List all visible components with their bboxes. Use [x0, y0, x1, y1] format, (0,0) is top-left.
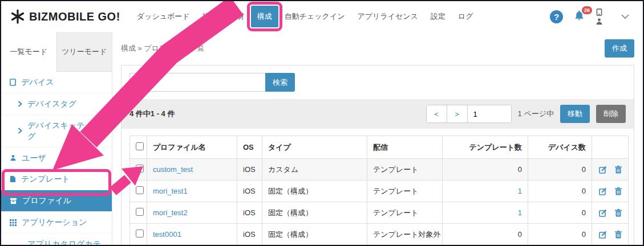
nav-item-settings[interactable]: 設定	[424, 6, 452, 27]
cell-template-count: 0	[443, 159, 528, 181]
cell-device-count: 0	[528, 181, 592, 202]
nav-item-configuration[interactable]: 構成	[251, 6, 278, 27]
main-content: 構成 » プロファイル一覧 作成 検索 4 件中1 - 4 件 < >	[112, 32, 643, 246]
nav-item-materials[interactable]: 素材	[224, 6, 251, 27]
cell-type: カスタム	[262, 159, 367, 181]
template-count-link[interactable]: 1	[518, 208, 522, 217]
sidebar-item-devices[interactable]: デバイス	[1, 72, 112, 93]
cell-os: iOS	[237, 224, 262, 245]
brand-name: BIZMOBILE GO!	[29, 10, 120, 23]
profile-link[interactable]: mori_test1	[153, 187, 188, 195]
sidebar-item-label: ユーザ	[22, 153, 46, 163]
brand-logo[interactable]: BIZMOBILE GO!	[7, 9, 124, 24]
profiles-table: プロファイル名 OS タイプ 配信 テンプレート数 デバイス数	[129, 136, 629, 245]
prev-page-button[interactable]: <	[427, 105, 447, 122]
sidebar-item-templates[interactable]: テンプレート	[1, 169, 112, 190]
col-header-os: OS	[237, 136, 262, 159]
chevron-right-icon	[18, 101, 22, 107]
cell-delivery: テンプレート	[367, 181, 443, 202]
sidebar-item-profiles[interactable]: プロファイル	[1, 190, 112, 212]
sidebar-item-app-catalog-categories[interactable]: アプリカタログカテゴリ	[1, 233, 112, 246]
cell-device-count: 0	[528, 202, 592, 224]
help-icon[interactable]: ?	[550, 10, 563, 23]
sidebar: 一覧モード ツリーモード デバイス デバイスタグ	[1, 32, 112, 246]
tablet-icon	[10, 79, 16, 86]
notification-count-badge: 26	[582, 6, 592, 14]
trash-icon[interactable]	[615, 209, 622, 217]
sidebar-item-label: テンプレート	[21, 174, 70, 184]
edit-icon[interactable]	[599, 231, 607, 239]
row-checkbox[interactable]	[136, 186, 144, 194]
sidebar-item-label: デバイスタグ	[27, 99, 76, 109]
nav-item-log[interactable]: ログ	[452, 6, 480, 27]
chevron-down-icon[interactable]	[621, 14, 629, 19]
delete-button[interactable]: 削除	[596, 105, 626, 123]
app-window: BIZMOBILE GO! ダッシュボード 操作 素材 構成 自動チェックイン …	[0, 0, 644, 246]
account-summary[interactable]	[596, 9, 603, 25]
user-icon	[596, 18, 603, 25]
pagination: < > 1 ページ中 移動 削除	[426, 105, 626, 123]
notifications-button[interactable]: 26	[573, 10, 585, 24]
tenant-icon	[596, 9, 603, 16]
breadcrumb: 構成 » プロファイル一覧	[121, 43, 204, 54]
table-row: test0001 iOS 固定（構成） テンプレート対象外 0 0	[130, 224, 629, 245]
table-header-row: プロファイル名 OS タイプ 配信 テンプレート数 デバイス数	[130, 136, 629, 159]
cell-delivery: テンプレート対象外	[367, 224, 443, 245]
sidebar-item-label: デバイス	[21, 77, 54, 88]
cell-device-count: 0	[528, 159, 592, 181]
nav-item-dashboard[interactable]: ダッシュボード	[131, 6, 196, 27]
col-header-actions	[592, 136, 629, 159]
trash-icon[interactable]	[615, 166, 622, 174]
trash-icon[interactable]	[615, 187, 622, 195]
cell-type: 固定（構成）	[262, 181, 367, 202]
sidebar-mode-tabs: 一覧モード ツリーモード	[1, 32, 112, 72]
create-button[interactable]: 作成	[605, 39, 634, 58]
row-checkbox[interactable]	[136, 165, 144, 173]
sidebar-item-users[interactable]: ユーザ	[1, 147, 112, 169]
col-header-delivery: 配信	[367, 136, 443, 159]
sidebar-menu: デバイス デバイスタグ デバイスキッティング	[1, 72, 112, 246]
nav-item-app-license[interactable]: アプリライセンス	[351, 6, 424, 27]
tab-tree-mode[interactable]: ツリーモード	[56, 32, 112, 72]
sidebar-item-label: アプリケーション	[22, 217, 87, 228]
row-checkbox[interactable]	[136, 208, 144, 216]
asterisk-logo-icon	[10, 9, 25, 24]
move-button[interactable]: 移動	[560, 105, 590, 123]
col-header-template-count: テンプレート数	[443, 136, 528, 159]
cell-os: iOS	[237, 181, 262, 202]
sidebar-item-applications[interactable]: アプリケーション	[1, 212, 112, 233]
nav-item-auto-checkin[interactable]: 自動チェックイン	[278, 6, 351, 27]
sidebar-item-device-tags[interactable]: デバイスタグ	[1, 93, 112, 115]
profile-link[interactable]: custom_test	[153, 165, 193, 174]
table-row: mori_test2 iOS 固定（構成） テンプレート 1 0	[130, 202, 629, 224]
search-input[interactable]	[129, 73, 265, 92]
page-total-label: 1 ページ中	[518, 109, 554, 119]
next-page-button[interactable]: >	[447, 105, 468, 122]
cell-delivery: テンプレート	[367, 202, 443, 224]
main-menu: ダッシュボード 操作 素材 構成 自動チェックイン アプリライセンス 設定 ログ	[131, 6, 480, 27]
user-icon	[10, 154, 17, 161]
col-header-profile-name: プロファイル名	[147, 136, 237, 159]
cell-type: 固定（構成）	[262, 224, 367, 245]
tab-list-mode[interactable]: 一覧モード	[1, 32, 56, 72]
trash-icon[interactable]	[615, 231, 622, 239]
results-toolbar: 4 件中1 - 4 件 < > 1 ページ中 移動 削除	[121, 99, 634, 129]
profile-link[interactable]: test0001	[153, 230, 181, 239]
profile-link[interactable]: mori_test2	[153, 208, 188, 217]
search-button[interactable]: 検索	[265, 73, 295, 92]
select-all-checkbox[interactable]	[136, 142, 144, 150]
navbar-right-controls: ? 26	[550, 9, 643, 25]
profiles-panel: 検索 4 件中1 - 4 件 < > 1 ページ中 移動 削除	[121, 65, 634, 246]
edit-icon[interactable]	[599, 166, 607, 174]
row-checkbox[interactable]	[136, 229, 144, 237]
sidebar-item-device-kitting[interactable]: デバイスキッティング	[1, 115, 112, 147]
edit-icon[interactable]	[599, 209, 607, 217]
template-count-link[interactable]: 1	[518, 187, 522, 195]
edit-icon[interactable]	[599, 187, 607, 195]
table-row: custom_test iOS カスタム テンプレート 0 0	[130, 159, 629, 181]
cell-delivery: テンプレート	[367, 159, 443, 181]
page-number-input[interactable]	[468, 105, 511, 122]
nav-item-operations[interactable]: 操作	[196, 6, 224, 27]
sidebar-item-label: デバイスキッティング	[27, 120, 103, 142]
sidebar-item-label: プロファイル	[22, 195, 71, 206]
